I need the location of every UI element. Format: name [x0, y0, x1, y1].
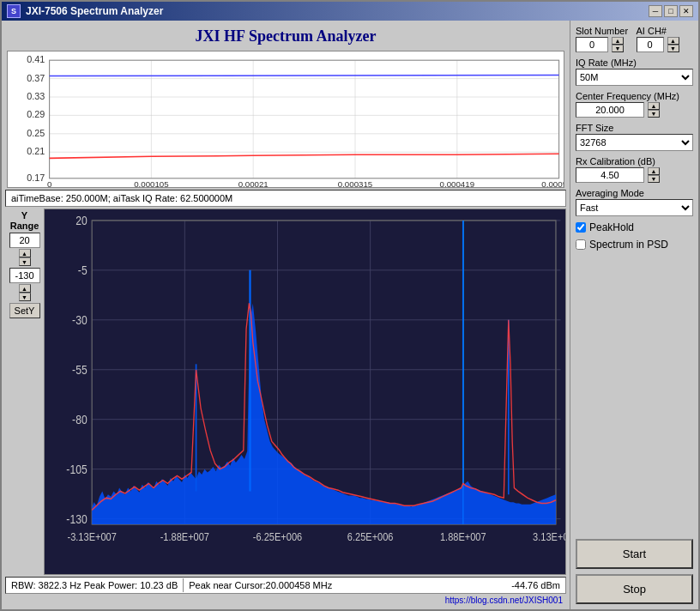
svg-text:-1.88E+007: -1.88E+007: [160, 531, 210, 544]
svg-text:0.29: 0.29: [27, 110, 45, 120]
slot-aich-row: Slot Number ▲ ▼ AI CH# ▲ ▼: [576, 26, 693, 52]
peak-hold-checkbox[interactable]: [576, 222, 586, 233]
window-title: JXI-7506 Spectrum Analyzer: [26, 5, 163, 17]
start-button[interactable]: Start: [576, 539, 693, 569]
iq-rate-group: IQ Rate (MHz) 50M 100M 25M 12.5M: [576, 57, 693, 86]
peak-hold-label[interactable]: PeakHold: [589, 221, 634, 233]
svg-text:0.000524: 0.000524: [541, 179, 564, 187]
peak-hold-group: PeakHold: [576, 221, 693, 233]
y-top-up[interactable]: ▲: [19, 249, 31, 257]
slot-number-label: Slot Number: [576, 26, 633, 36]
svg-text:0.000315: 0.000315: [338, 179, 372, 187]
aich-up-arrow[interactable]: ▲: [667, 37, 679, 45]
svg-text:-105: -105: [66, 463, 87, 476]
svg-text:0.00021: 0.00021: [238, 179, 269, 187]
svg-text:-5: -5: [78, 263, 88, 277]
aich-input[interactable]: [637, 37, 664, 52]
iq-status-text: aiTimeBase: 250.000M; aiTask IQ Rate: 62…: [11, 193, 232, 203]
svg-text:0.17: 0.17: [27, 172, 45, 183]
rx-cal-group: Rx Calibration (dB) ▲ ▼: [576, 156, 693, 183]
maximize-button[interactable]: □: [664, 5, 678, 17]
aich-spinner: ▲ ▼: [667, 37, 679, 52]
app-title: JXI HF Spectrum Analyzer: [5, 24, 566, 49]
svg-text:0.37: 0.37: [27, 73, 45, 83]
y-bottom-down[interactable]: ▼: [19, 293, 31, 301]
iq-chart-svg: 0.41 0.37 0.33 0.29 0.25 0.21 0.17 0 0.0…: [8, 51, 564, 187]
slot-number-group: Slot Number ▲ ▼: [576, 26, 633, 52]
spectrum-chart: 20 -5 -30 -55 -80 -105 -130 -3.13E+007 -…: [44, 209, 566, 575]
fft-size-label: FFT Size: [576, 123, 693, 133]
left-panel: JXI HF Spectrum Analyzer: [2, 21, 570, 609]
spectrum-psd-group: Spectrum in PSD: [576, 239, 693, 251]
fft-size-group: FFT Size 32768 16384 8192 4096: [576, 123, 693, 151]
y-top-input[interactable]: [9, 233, 40, 248]
spectrum-area: Y Range ▲ ▼ ▲ ▼ SetY: [5, 209, 566, 575]
svg-text:0.33: 0.33: [27, 91, 45, 101]
peak-dbm-text: -44.76 dBm: [511, 580, 560, 590]
aich-label: AI CH#: [637, 26, 694, 36]
svg-text:1.88E+007: 1.88E+007: [440, 531, 486, 544]
y-range-label: Y Range: [7, 210, 42, 231]
rx-cal-up[interactable]: ▲: [648, 167, 660, 175]
spectrum-svg: 20 -5 -30 -55 -80 -105 -130 -3.13E+007 -…: [45, 209, 565, 574]
svg-text:-6.25E+006: -6.25E+006: [253, 531, 303, 544]
right-panel: Slot Number ▲ ▼ AI CH# ▲ ▼: [570, 21, 698, 609]
close-button[interactable]: ✕: [679, 5, 693, 17]
svg-text:-3.13E+007: -3.13E+007: [68, 531, 118, 544]
iq-chart-container: 0.41 0.37 0.33 0.29 0.25 0.21 0.17 0 0.0…: [7, 51, 564, 188]
y-bottom-input[interactable]: [9, 268, 40, 283]
svg-text:-80: -80: [72, 413, 88, 426]
y-top-down[interactable]: ▼: [19, 257, 31, 266]
slot-number-input[interactable]: [576, 37, 608, 52]
svg-text:0: 0: [47, 179, 51, 187]
bottom-status-area: RBW: 3822.3 Hz Peak Power: 10.23 dB Peak…: [5, 577, 566, 606]
avg-mode-label: Averaging Mode: [576, 188, 693, 198]
rbw-status: RBW: 3822.3 Hz Peak Power: 10.23 dB: [6, 578, 184, 592]
bottom-status-bar: RBW: 3822.3 Hz Peak Power: 10.23 dB Peak…: [5, 577, 566, 594]
center-freq-down[interactable]: ▼: [648, 110, 660, 118]
y-range-panel: Y Range ▲ ▼ ▲ ▼ SetY: [5, 209, 44, 575]
center-freq-label: Center Frequency (MHz): [576, 91, 693, 101]
center-freq-input[interactable]: [576, 102, 644, 118]
spectrum-psd-label[interactable]: Spectrum in PSD: [589, 239, 668, 251]
rx-cal-label: Rx Calibration (dB): [576, 156, 693, 166]
svg-text:0.41: 0.41: [27, 55, 45, 65]
avg-mode-group: Averaging Mode Fast Medium Slow: [576, 188, 693, 216]
peak-cursor-text: Peak near Cursor:20.000458 MHz: [189, 580, 332, 590]
svg-text:-130: -130: [66, 512, 87, 526]
iq-rate-label: IQ Rate (MHz): [576, 57, 693, 68]
title-bar: S JXI-7506 Spectrum Analyzer ─ □ ✕: [2, 2, 698, 21]
svg-text:6.25E+006: 6.25E+006: [347, 531, 394, 544]
svg-text:0.21: 0.21: [27, 147, 45, 157]
window-controls: ─ □ ✕: [649, 5, 693, 17]
svg-text:0.000105: 0.000105: [134, 179, 168, 187]
svg-text:-55: -55: [72, 363, 88, 377]
bottom-value-group: ▲ ▼: [9, 268, 40, 301]
aich-group: AI CH# ▲ ▼: [637, 26, 694, 52]
slot-up-arrow[interactable]: ▲: [612, 37, 624, 45]
svg-text:0.000419: 0.000419: [440, 179, 474, 187]
slot-down-arrow[interactable]: ▼: [612, 45, 624, 52]
fft-size-select[interactable]: 32768 16384 8192 4096: [576, 134, 693, 151]
aich-down-arrow[interactable]: ▼: [667, 45, 679, 52]
spectrum-psd-checkbox[interactable]: [576, 239, 586, 250]
watermark: https://blog.csdn.net/JXISH001: [5, 595, 566, 606]
app-icon: S: [7, 4, 21, 18]
avg-mode-select[interactable]: Fast Medium Slow: [576, 199, 693, 216]
iq-rate-select[interactable]: 50M 100M 25M 12.5M: [576, 69, 693, 86]
rx-cal-down[interactable]: ▼: [648, 175, 660, 183]
center-freq-spinner: ▲ ▼: [648, 102, 660, 118]
sety-button[interactable]: SetY: [9, 303, 40, 318]
svg-text:-30: -30: [72, 313, 88, 327]
slot-number-spinner: ▲ ▼: [612, 37, 624, 52]
rx-cal-spinner: ▲ ▼: [648, 167, 660, 183]
minimize-button[interactable]: ─: [649, 5, 662, 17]
svg-text:3.13E+007: 3.13E+007: [533, 531, 565, 544]
svg-rect-0: [8, 51, 564, 187]
y-bottom-up[interactable]: ▲: [19, 284, 31, 293]
center-freq-group: Center Frequency (MHz) ▲ ▼: [576, 91, 693, 118]
stop-button[interactable]: Stop: [576, 574, 693, 604]
rx-cal-input[interactable]: [576, 167, 644, 183]
center-freq-up[interactable]: ▲: [648, 102, 660, 110]
iq-status-bar: aiTimeBase: 250.000M; aiTask IQ Rate: 62…: [5, 190, 566, 207]
